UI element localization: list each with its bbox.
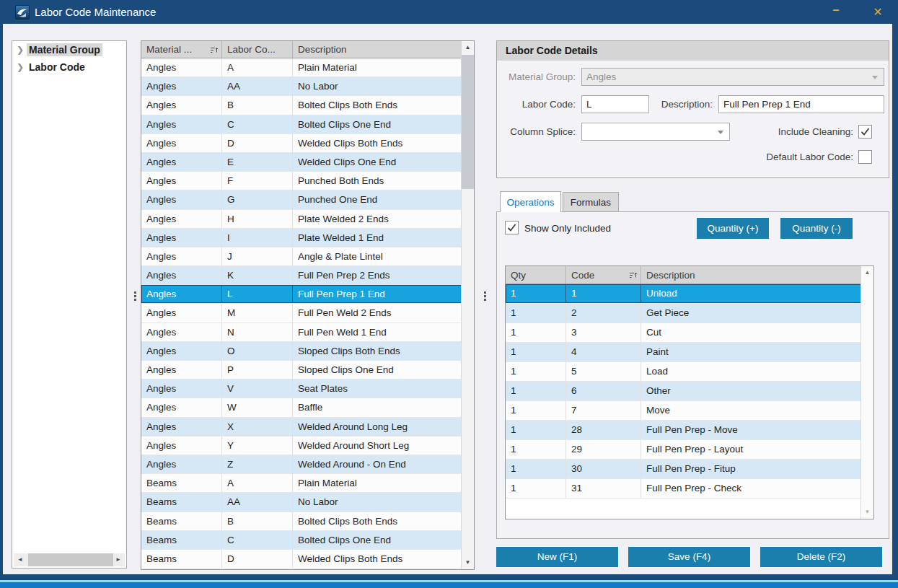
close-button[interactable]: ✕	[863, 0, 893, 24]
operations-table-row[interactable]: 11Unload	[506, 284, 873, 304]
operations-table-cell-qty: 1	[506, 362, 566, 381]
operations-table-row[interactable]: 12Get Piece	[506, 304, 873, 323]
chevron-right-icon[interactable]: ❯	[17, 58, 27, 76]
material-group-dropdown[interactable]: Angles	[581, 68, 884, 86]
labor-table-cell-description: Punched One End	[293, 190, 462, 209]
scroll-down-arrow-icon[interactable]: ▼	[861, 506, 873, 519]
include-cleaning-checkbox[interactable]	[858, 125, 872, 139]
labor-table-row[interactable]: AnglesPSloped Clips One End	[141, 361, 474, 379]
labor-scrollbar-thumb[interactable]	[462, 55, 474, 189]
labor-table-row[interactable]: AnglesZWelded Around - On End	[141, 455, 474, 474]
column-splice-dropdown[interactable]	[581, 123, 730, 141]
tab-operations[interactable]: Operations	[500, 191, 561, 212]
scroll-up-arrow-icon[interactable]: ▲	[462, 41, 474, 54]
labor-table-row[interactable]: AnglesAPlain Material	[141, 58, 474, 77]
scroll-right-arrow-icon[interactable]: ►	[112, 553, 125, 566]
chevron-right-icon[interactable]: ❯	[17, 41, 27, 58]
scroll-up-arrow-icon[interactable]: ▲	[861, 266, 873, 279]
window-title: Labor Code Maintenance	[35, 0, 156, 24]
tree-item-labor-code[interactable]: ❯Labor Code	[12, 58, 126, 76]
labor-table-cell-code: H	[222, 210, 293, 228]
labor-table-row[interactable]: AnglesNFull Pen Weld 1 End	[141, 323, 474, 342]
labor-table-row[interactable]: AnglesCBolted Clips One End	[141, 115, 474, 134]
labor-table-row[interactable]: AnglesOSloped Clips Both Ends	[141, 342, 474, 361]
default-labor-code-checkbox[interactable]	[858, 150, 872, 164]
labor-table-row[interactable]: AnglesHPlate Welded 2 Ends	[141, 210, 474, 229]
scroll-down-arrow-icon[interactable]: ▼	[462, 556, 474, 569]
column-header-label: Description	[298, 41, 347, 58]
labor-table-column-header-description[interactable]: Description	[293, 41, 462, 58]
labor-table-row[interactable]: AnglesBBolted Clips Both Ends	[141, 96, 474, 115]
bottom-blue-strip	[0, 582, 898, 588]
splitter-handle-right[interactable]	[482, 290, 488, 309]
operations-table-cell-code: 30	[566, 460, 641, 478]
quantity-minus-button[interactable]: Quantity (-)	[780, 218, 853, 239]
operations-table-row[interactable]: 131Full Pen Prep - Check	[506, 479, 873, 499]
tree-scrollbar-thumb[interactable]	[28, 553, 113, 566]
operations-table-column-header-code[interactable]: Code	[566, 266, 641, 284]
tree-item-label: Labor Code	[27, 61, 87, 74]
labor-table-cell-description: Welded Clips Both Ends	[293, 134, 462, 152]
operations-table-row[interactable]: 15Load	[506, 362, 873, 382]
labor-table-row[interactable]: AnglesIPlate Welded 1 End	[141, 229, 474, 247]
quantity-plus-button[interactable]: Quantity (+)	[697, 218, 769, 239]
labor-table-column-header-material[interactable]: Material ...	[141, 41, 222, 58]
operations-table-row[interactable]: 130Full Pen Prep - Fitup	[506, 460, 873, 479]
operations-table-column-header-description[interactable]: Description	[641, 266, 862, 284]
labor-table-cell-material: Angles	[141, 266, 222, 284]
labor-table-cell-description: Angle & Plate Lintel	[293, 247, 462, 266]
labor-table-cell-description: Bolted Clips One End	[293, 531, 462, 549]
tree-horizontal-scrollbar[interactable]: ◄ ►	[14, 553, 125, 566]
labor-table-cell-code: L	[222, 285, 293, 303]
labor-table-row[interactable]: AnglesKFull Pen Prep 2 Ends	[141, 266, 474, 285]
operations-table-cell-description: Load	[641, 362, 862, 381]
labor-table-column-header-labor-co[interactable]: Labor Co...	[222, 41, 293, 58]
labor-table-row[interactable]: AnglesFPunched Both Ends	[141, 172, 474, 190]
labor-table-cell-material: Angles	[141, 455, 222, 473]
operations-table-row[interactable]: 129Full Pen Prep - Layout	[506, 440, 873, 460]
labor-table-cell-description: Welded Around Long Leg	[293, 418, 462, 436]
labor-table-row[interactable]: AnglesYWelded Around Short Leg	[141, 436, 474, 455]
labor-table-row[interactable]: AnglesDWelded Clips Both Ends	[141, 134, 474, 153]
labor-table-cell-material: Angles	[141, 379, 222, 398]
operations-table-scrollbar[interactable]: ▲ ▼	[860, 266, 873, 519]
operations-table-row[interactable]: 13Cut	[506, 323, 873, 343]
labor-table-cell-code: B	[222, 96, 293, 114]
labor-table-row[interactable]: BeamsAANo Labor	[141, 493, 474, 512]
labor-table-row[interactable]: AnglesAANo Labor	[141, 77, 474, 96]
sort-ascending-icon	[629, 271, 638, 278]
operations-table-column-header-qty[interactable]: Qty	[506, 266, 566, 284]
tree-item-material-group[interactable]: ❯Material Group	[12, 41, 126, 58]
labor-table-row[interactable]: AnglesLFull Pen Prep 1 End	[141, 285, 474, 304]
save-button[interactable]: Save (F4)	[628, 547, 750, 567]
labor-table-row[interactable]: AnglesJAngle & Plate Lintel	[141, 247, 474, 266]
labor-table-row[interactable]: AnglesGPunched One End	[141, 190, 474, 209]
show-only-included-checkbox[interactable]	[505, 221, 519, 234]
operations-table-row[interactable]: 16Other	[506, 382, 873, 401]
operations-table-row[interactable]: 128Full Pen Prep - Move	[506, 421, 873, 440]
splitter-handle-left[interactable]	[132, 290, 138, 309]
operations-table-row[interactable]: 14Paint	[506, 343, 873, 362]
labor-table-row[interactable]: AnglesVSeat Plates	[141, 379, 474, 398]
delete-button[interactable]: Delete (F2)	[760, 547, 882, 567]
labor-table-row[interactable]: BeamsAPlain Material	[141, 474, 474, 493]
tab-formulas[interactable]: Formulas	[563, 192, 619, 212]
new-button[interactable]: New (F1)	[496, 547, 618, 567]
minimize-button[interactable]: –	[821, 0, 851, 24]
labor-table-row[interactable]: AnglesXWelded Around Long Leg	[141, 418, 474, 436]
labor-table-cell-code: D	[222, 134, 293, 152]
labor-code-input[interactable]	[581, 95, 649, 113]
labor-table-row[interactable]: BeamsBBolted Clips Both Ends	[141, 512, 474, 531]
scroll-left-arrow-icon[interactable]: ◄	[14, 553, 27, 566]
description-input[interactable]	[718, 95, 884, 113]
operations-table-row[interactable]: 17Move	[506, 401, 873, 421]
labor-table-cell-material: Beams	[141, 531, 222, 549]
labor-table-row[interactable]: AnglesEWelded Clips One End	[141, 153, 474, 172]
labor-table-row[interactable]: AnglesWBaffle	[141, 398, 474, 417]
labor-table-cell-material: Angles	[141, 190, 222, 209]
labor-table-scrollbar[interactable]: ▲ ▼	[461, 41, 474, 569]
labor-table-row[interactable]: AnglesMFull Pen Weld 2 Ends	[141, 304, 474, 322]
labor-table-row[interactable]: BeamsDWelded Clips Both Ends	[141, 550, 474, 569]
labor-table-row[interactable]: BeamsCBolted Clips One End	[141, 531, 474, 550]
chevron-down-icon	[718, 131, 723, 134]
